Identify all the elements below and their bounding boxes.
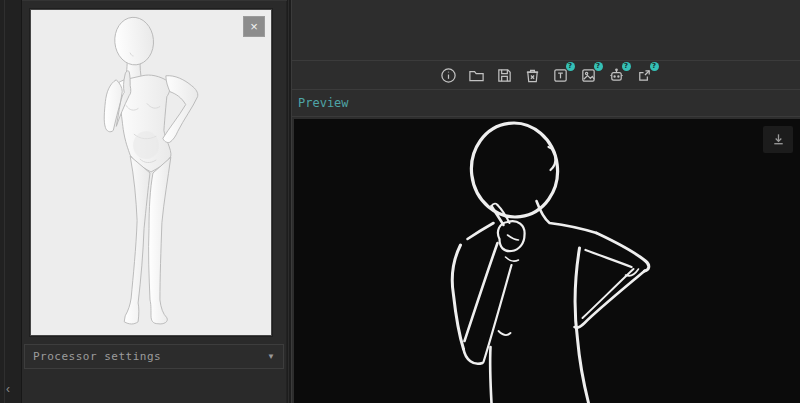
help-badge: ? (566, 62, 575, 71)
separator-line (288, 0, 289, 403)
info-button[interactable] (439, 66, 458, 85)
trash-icon (524, 67, 541, 84)
open-folder-button[interactable] (467, 66, 486, 85)
processor-settings-label: Processor settings (33, 350, 267, 363)
lineart-preview-image (294, 119, 800, 403)
ai-generate-button[interactable]: ? (607, 66, 626, 85)
close-pose-canvas-button[interactable]: × (243, 16, 265, 37)
gutter-divider (4, 0, 5, 403)
download-preview-button[interactable] (763, 126, 793, 153)
pose-canvas[interactable]: × (30, 9, 272, 336)
help-badge: ? (650, 62, 659, 71)
preview-header: Preview (292, 90, 800, 117)
insert-image-button[interactable]: ? (579, 66, 598, 85)
collapse-panel-chevron-icon[interactable]: ‹ (1, 381, 15, 397)
left-gutter: ‹ (0, 0, 22, 403)
info-icon (440, 67, 457, 84)
preview-panel: ? ? ? ? (291, 0, 800, 403)
preview-image-area (294, 119, 800, 403)
toolbar: ? ? ? ? (292, 61, 800, 90)
upper-section-empty (292, 0, 800, 61)
preview-title: Preview (298, 96, 349, 110)
help-badge: ? (622, 62, 631, 71)
processor-settings-accordion[interactable]: Processor settings ▼ (24, 344, 284, 369)
help-badge: ? (594, 62, 603, 71)
chevron-down-icon: ▼ (267, 352, 275, 361)
folder-icon (468, 67, 485, 84)
delete-button[interactable] (523, 66, 542, 85)
insert-text-button[interactable]: ? (551, 66, 570, 85)
resize-button[interactable]: ? (635, 66, 654, 85)
download-icon (771, 132, 786, 147)
save-icon (496, 67, 513, 84)
save-button[interactable] (495, 66, 514, 85)
pose-editor-panel: × Processor settings ▼ (22, 0, 287, 403)
mannequin-figure (31, 10, 271, 335)
app-window: ‹ (0, 0, 800, 403)
